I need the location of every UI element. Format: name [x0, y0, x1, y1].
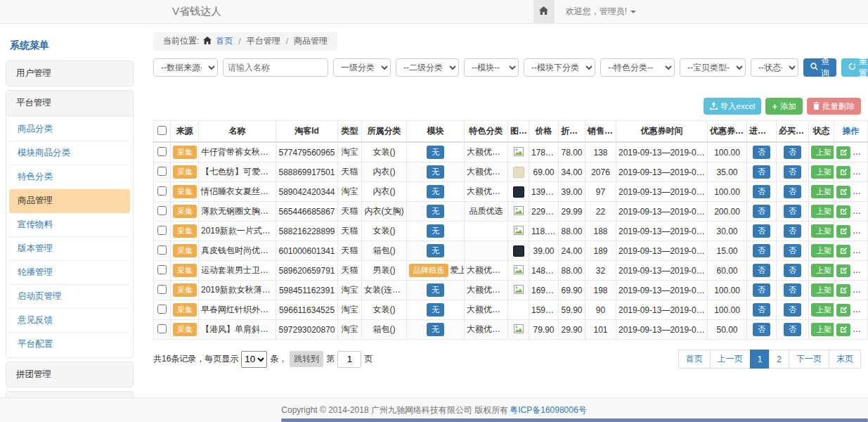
edit-button[interactable]	[836, 186, 850, 198]
page-button[interactable]: 末页	[829, 350, 861, 369]
must-buy-toggle[interactable]: 否	[784, 283, 801, 297]
edit-button[interactable]	[836, 146, 850, 159]
row-checkbox[interactable]	[157, 324, 167, 333]
page-number-input[interactable]	[337, 351, 361, 368]
import-select-toggle[interactable]: 否	[753, 323, 770, 336]
sidebar-group-header[interactable]: 拼团管理	[6, 362, 133, 387]
must-buy-toggle[interactable]: 否	[784, 185, 801, 198]
edit-button[interactable]	[836, 166, 850, 179]
status-button[interactable]: 上架	[811, 244, 834, 257]
sidebar-item[interactable]: 轮播管理	[9, 261, 130, 285]
page-button[interactable]: 首页	[678, 350, 711, 369]
filter-select[interactable]: 一级分类	[333, 58, 391, 77]
user-menu[interactable]: 欢迎您，管理员!	[566, 6, 636, 18]
module-none-button[interactable]: 无	[427, 244, 444, 257]
must-buy-toggle[interactable]: 否	[784, 165, 801, 179]
import-select-toggle[interactable]: 否	[753, 224, 770, 238]
icp-link[interactable]: 粤ICP备16098006号	[510, 404, 586, 416]
page-button[interactable]: 2	[769, 350, 789, 369]
module-none-button[interactable]: 无	[427, 283, 444, 297]
module-none-button[interactable]: 无	[427, 205, 444, 218]
row-checkbox[interactable]	[157, 186, 167, 196]
breadcrumb-home-link[interactable]: 首页	[216, 35, 233, 47]
page-button[interactable]: 上一页	[710, 350, 751, 369]
row-checkbox[interactable]	[157, 245, 167, 255]
import-select-toggle[interactable]: 否	[753, 303, 770, 316]
status-button[interactable]: 上架	[811, 323, 834, 336]
import-select-toggle[interactable]: 否	[753, 244, 770, 257]
sidebar-group-header[interactable]: 用户管理	[6, 61, 133, 86]
edit-button[interactable]	[836, 225, 850, 238]
row-checkbox[interactable]	[157, 147, 167, 156]
module-none-button[interactable]: 无	[427, 185, 444, 198]
must-buy-toggle[interactable]: 否	[784, 205, 801, 218]
row-checkbox[interactable]	[157, 206, 167, 215]
edit-button[interactable]	[836, 284, 850, 297]
import-select-toggle[interactable]: 否	[753, 146, 770, 159]
sidebar-item[interactable]: 版本管理	[9, 237, 130, 261]
module-none-button[interactable]: 无	[427, 323, 444, 336]
add-button[interactable]: + 添加	[765, 98, 803, 115]
module-none-button[interactable]: 无	[427, 224, 444, 238]
sidebar-group-header[interactable]: 平台管理	[6, 91, 133, 115]
status-button[interactable]: 上架	[811, 303, 834, 316]
home-button[interactable]	[533, 0, 555, 23]
page-button[interactable]: 1	[750, 350, 770, 369]
name-search-input[interactable]	[223, 58, 328, 77]
status-button[interactable]: 上架	[811, 264, 834, 277]
import-select-toggle[interactable]: 否	[753, 283, 770, 297]
import-select-toggle[interactable]: 否	[753, 264, 770, 277]
status-button[interactable]: 上架	[811, 205, 834, 218]
jump-button[interactable]: 跳转到	[290, 351, 323, 367]
must-buy-toggle[interactable]: 否	[784, 244, 801, 257]
must-buy-toggle[interactable]: 否	[784, 224, 801, 238]
row-checkbox[interactable]	[157, 226, 167, 235]
filter-select[interactable]: --宝贝类型--	[680, 58, 746, 77]
filter-select[interactable]: --模块--	[464, 58, 519, 77]
import-select-toggle[interactable]: 否	[753, 205, 770, 218]
sidebar-item[interactable]: 意见反馈	[9, 309, 130, 333]
sidebar-item[interactable]: 商品管理	[9, 189, 130, 213]
select-all-checkbox[interactable]	[157, 126, 167, 135]
import-select-toggle[interactable]: 否	[753, 165, 770, 179]
filter-select[interactable]: --特色分类--	[600, 58, 675, 77]
sidebar-item[interactable]: 启动页管理	[9, 285, 130, 309]
edit-button[interactable]	[836, 264, 850, 277]
module-none-button[interactable]: 无	[427, 165, 444, 179]
status-button[interactable]: 上架	[811, 224, 834, 238]
status-button[interactable]: 上架	[811, 146, 834, 159]
status-button[interactable]: 上架	[811, 185, 834, 198]
row-checkbox[interactable]	[157, 265, 167, 274]
page-button[interactable]: 下一页	[789, 350, 829, 369]
filter-select[interactable]: --状态--	[751, 58, 798, 77]
import-excel-button[interactable]: 导入excel	[704, 98, 762, 115]
status-button[interactable]: 上架	[811, 283, 834, 297]
edit-button[interactable]	[836, 205, 850, 218]
must-buy-toggle[interactable]: 否	[784, 264, 801, 277]
horizontal-scrollbar[interactable]	[0, 418, 868, 422]
edit-button[interactable]	[836, 304, 850, 316]
row-checkbox[interactable]	[157, 167, 167, 176]
row-checkbox[interactable]	[157, 305, 167, 314]
must-buy-toggle[interactable]: 否	[784, 146, 801, 159]
per-page-select[interactable]: 10	[241, 351, 267, 368]
module-none-button[interactable]: 无	[427, 303, 444, 316]
must-buy-toggle[interactable]: 否	[784, 323, 801, 336]
edit-button[interactable]	[836, 324, 850, 336]
sidebar-item[interactable]: 模块商品分类	[9, 141, 130, 165]
batch-delete-button[interactable]: 批量删除	[807, 98, 861, 115]
import-select-toggle[interactable]: 否	[753, 185, 770, 198]
sidebar-item[interactable]: 特色分类	[9, 165, 130, 189]
must-buy-toggle[interactable]: 否	[784, 303, 801, 316]
filter-select[interactable]: --模块下分类--	[524, 58, 595, 77]
search-button[interactable]: 查询	[803, 58, 836, 77]
filter-select[interactable]: --二级分类--	[396, 58, 459, 77]
module-none-button[interactable]: 无	[427, 146, 444, 159]
edit-button[interactable]	[836, 245, 850, 257]
sidebar-item[interactable]: 商品分类	[9, 117, 130, 141]
sidebar-item[interactable]: 宣传物料	[9, 213, 130, 237]
scrollbar-thumb[interactable]	[281, 418, 868, 422]
filter-select[interactable]: --数据来源--	[153, 58, 218, 77]
status-button[interactable]: 上架	[811, 165, 834, 179]
sidebar-item[interactable]: 平台配置	[9, 333, 130, 356]
